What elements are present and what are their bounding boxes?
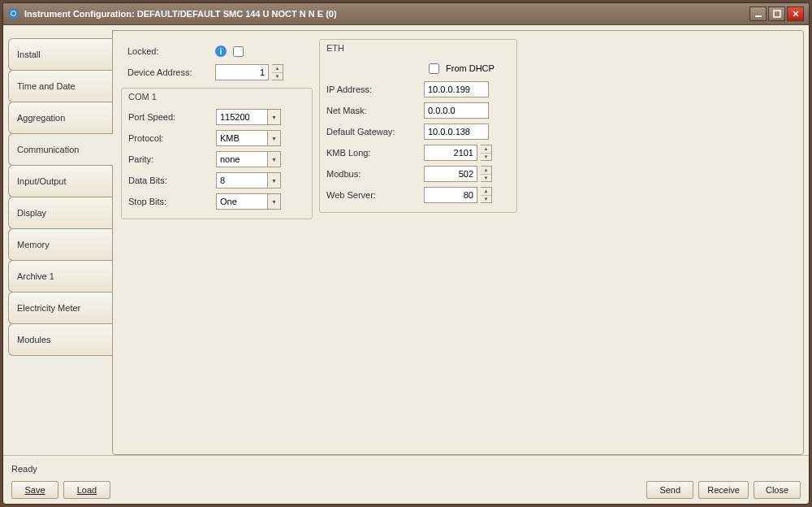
locked-row: Locked: i	[127, 41, 306, 62]
mask-label: Net Mask:	[326, 106, 424, 115]
app-icon	[8, 8, 19, 20]
port-speed-combo[interactable]: 115200▼	[216, 109, 281, 125]
load-button[interactable]: Load	[63, 481, 110, 499]
tab-electricity-meter[interactable]: Electricity Meter	[8, 292, 112, 324]
close-button[interactable]: Close	[754, 481, 801, 499]
tab-modules[interactable]: Modules	[8, 323, 112, 356]
ip-label: IP Address:	[326, 84, 424, 94]
from-dhcp-checkbox[interactable]	[429, 63, 439, 74]
parity-label: Parity:	[128, 154, 216, 164]
modbus-input[interactable]	[424, 166, 477, 182]
from-dhcp-label: From DHCP	[446, 63, 495, 73]
device-address-input[interactable]	[215, 64, 269, 80]
kmb-long-label: KMB Long:	[326, 148, 424, 158]
stop-bits-label: Stop Bits:	[128, 197, 216, 206]
statusbar: Ready Save Load Send Receive Close	[3, 455, 809, 504]
web-spinner[interactable]: ▲▼	[481, 187, 492, 203]
close-window-button[interactable]	[787, 6, 804, 21]
port-speed-label: Port Speed:	[128, 112, 216, 122]
protocol-label: Protocol:	[128, 133, 216, 143]
modbus-spinner[interactable]: ▲▼	[481, 166, 492, 182]
modbus-label: Modbus:	[326, 169, 424, 179]
kmb-long-input[interactable]	[424, 145, 477, 161]
tab-time-and-date[interactable]: Time and Date	[8, 70, 112, 102]
right-column: ETH From DHCP IP Address:	[319, 39, 517, 213]
device-address-spinner[interactable]: ▲▼	[272, 64, 283, 80]
com1-group: COM 1 Port Speed: 115200▼ Protocol: KMB▼…	[121, 88, 313, 219]
maximize-button[interactable]	[768, 6, 785, 21]
com1-title: COM 1	[122, 89, 312, 103]
chevron-down-icon: ▼	[267, 110, 280, 124]
tab-communication[interactable]: Communication	[8, 133, 113, 166]
titlebar: Instrument Configuration: DEFAULT/DEFAUL…	[3, 3, 809, 25]
gw-input[interactable]	[424, 124, 489, 140]
left-column: Locked: i Device Address: ▲▼	[121, 39, 313, 219]
chevron-down-icon: ▼	[267, 173, 280, 188]
chevron-down-icon: ▼	[267, 152, 280, 167]
window: Instrument Configuration: DEFAULT/DEFAUL…	[2, 2, 810, 505]
tab-display[interactable]: Display	[8, 197, 112, 229]
info-icon[interactable]: i	[215, 46, 227, 57]
eth-title: ETH	[320, 40, 516, 54]
device-address-row: Device Address: ▲▼	[127, 62, 306, 83]
tab-input-output[interactable]: Input/Output	[8, 165, 112, 197]
web-label: Web Server:	[326, 190, 424, 200]
body: InstallTime and DateAggregationCommunica…	[3, 25, 809, 455]
tab-archive-1[interactable]: Archive 1	[8, 260, 112, 292]
tab-install[interactable]: Install	[8, 38, 112, 71]
gw-label: Default Gateway:	[326, 127, 424, 136]
minimize-button[interactable]	[749, 6, 767, 21]
eth-group: ETH From DHCP IP Address:	[319, 39, 517, 213]
protocol-combo[interactable]: KMB▼	[216, 130, 281, 146]
tab-aggregation[interactable]: Aggregation	[8, 102, 112, 134]
window-title: Instrument Configuration: DEFAULT/DEFAUL…	[24, 9, 748, 19]
locked-label: Locked:	[127, 46, 215, 56]
status-text: Ready	[11, 461, 801, 477]
content-panel: Locked: i Device Address: ▲▼	[112, 30, 804, 455]
tab-strip: InstallTime and DateAggregationCommunica…	[8, 30, 112, 455]
parity-combo[interactable]: none▼	[216, 151, 281, 167]
data-bits-label: Data Bits:	[128, 176, 216, 185]
svg-rect-1	[774, 11, 780, 17]
receive-button[interactable]: Receive	[698, 481, 749, 499]
chevron-down-icon: ▼	[267, 194, 280, 209]
svg-rect-0	[755, 15, 762, 17]
device-address-label: Device Address:	[127, 67, 215, 77]
web-input[interactable]	[424, 187, 477, 203]
kmb-long-spinner[interactable]: ▲▼	[481, 145, 492, 161]
stop-bits-combo[interactable]: One▼	[216, 193, 281, 210]
locked-checkbox[interactable]	[233, 46, 244, 57]
data-bits-combo[interactable]: 8▼	[216, 172, 281, 188]
chevron-down-icon: ▼	[267, 131, 280, 145]
send-button[interactable]: Send	[646, 481, 693, 499]
ip-input[interactable]	[424, 81, 489, 98]
save-button[interactable]: Save	[11, 481, 58, 499]
tab-memory[interactable]: Memory	[8, 228, 112, 261]
mask-input[interactable]	[424, 102, 489, 119]
